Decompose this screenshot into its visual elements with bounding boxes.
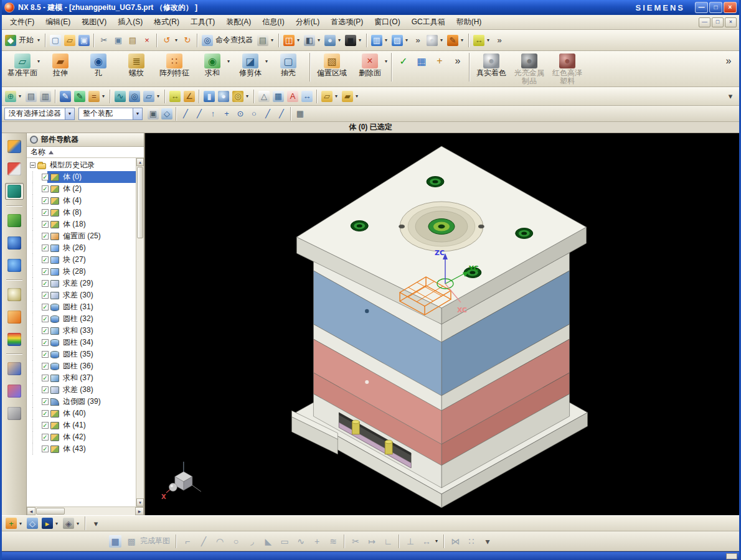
tree-item[interactable]: 体 (4) — [29, 195, 136, 207]
mdi-minimize-button[interactable]: — — [699, 17, 710, 27]
dropdown-arrow-icon[interactable] — [404, 37, 409, 43]
move-to-layer-button[interactable]: ▥ — [39, 90, 52, 103]
red-glossy-plastic-material-button[interactable]: ● 红色高泽 塑料 — [549, 53, 586, 86]
menu-view[interactable]: 视图(V) — [76, 15, 112, 29]
pattern-feature-button[interactable]: ∷ 阵列特征 — [156, 53, 193, 78]
dropdown-arrow-icon[interactable] — [65, 108, 74, 119]
redo-button[interactable]: ↻ — [181, 34, 194, 47]
tree-item[interactable]: 块 (27) — [29, 254, 136, 266]
tree-item[interactable]: 求和 (37) — [29, 372, 136, 384]
history-palette-button[interactable] — [5, 286, 24, 303]
touch-mode-button[interactable]: ▤ — [256, 34, 276, 47]
constraint-navigator-button[interactable] — [5, 161, 24, 177]
datum-csys-button[interactable]: ⊕ — [4, 90, 24, 103]
menu-analysis[interactable]: 分析(L) — [290, 15, 326, 29]
tree-item[interactable]: 体 (18) — [29, 218, 136, 230]
studio-spline-button[interactable]: ∿ — [293, 534, 308, 548]
visibility-checkbox[interactable] — [42, 398, 49, 405]
menu-tools[interactable]: 工具(T) — [185, 15, 220, 29]
open-button[interactable]: ▱ — [63, 34, 77, 47]
tree-item[interactable]: 体 (43) — [29, 443, 136, 455]
visibility-checkbox[interactable] — [42, 268, 49, 275]
snap-control-point-button[interactable]: ↑ — [206, 108, 220, 120]
true-shading-button[interactable]: ● 真实着色 — [473, 53, 510, 78]
visibility-checkbox[interactable] — [42, 245, 49, 251]
menu-help[interactable]: 帮助(H) — [451, 15, 488, 29]
dropdown-arrow-icon[interactable] — [384, 58, 389, 64]
close-button[interactable]: × — [724, 2, 737, 13]
copy-button[interactable]: ▣ — [111, 34, 125, 47]
snap-midpoint-button[interactable]: ╱ — [192, 108, 206, 120]
scroll-track[interactable] — [136, 239, 144, 498]
resize-grip[interactable] — [726, 553, 737, 559]
dropdown-arrow-icon[interactable] — [101, 93, 106, 99]
rectangle-button[interactable]: ▭ — [277, 534, 292, 548]
circle-button[interactable]: ○ — [229, 534, 243, 548]
tree-item[interactable]: 求差 (29) — [29, 278, 136, 289]
tree-item[interactable]: 圆柱 (36) — [29, 360, 136, 372]
vertical-scroll-thumb[interactable] — [137, 167, 143, 238]
dropdown-arrow-icon[interactable] — [296, 37, 301, 43]
column-header-name[interactable]: 名称 — [27, 147, 144, 158]
selection-filter-dropdown[interactable]: 没有选择过滤器 — [4, 108, 75, 120]
horizontal-scrollbar[interactable] — [27, 506, 144, 515]
dropdown-arrow-icon[interactable] — [434, 538, 439, 544]
toolbar-overflow-2-button[interactable]: » — [493, 34, 506, 47]
exploded-views-button[interactable]: ◈ — [62, 517, 82, 530]
manufacturing-wizards-button[interactable] — [5, 331, 24, 348]
system-scenes-button[interactable] — [5, 383, 24, 399]
dropdown-arrow-icon[interactable] — [264, 58, 269, 64]
command-finder-button[interactable]: ◎ 命令查找器 — [201, 34, 255, 47]
visibility-checkbox[interactable] — [42, 256, 49, 263]
quick-extend-button[interactable]: ↦ — [364, 534, 379, 548]
tree-item[interactable]: 求差 (30) — [29, 289, 136, 301]
window-cascade-button[interactable]: ▨ — [390, 34, 410, 47]
save-button[interactable]: ▣ — [77, 34, 91, 47]
visibility-checkbox[interactable] — [42, 304, 49, 310]
snap-quadrant-button[interactable]: ○ — [247, 108, 261, 120]
spray-paint-button[interactable]: ✎ — [446, 34, 466, 47]
dropdown-arrow-icon[interactable] — [133, 108, 142, 119]
visibility-checkbox[interactable] — [42, 363, 49, 370]
cut-button[interactable]: ✂ — [97, 34, 111, 47]
mirror-curve-button[interactable]: ⋈ — [448, 534, 463, 548]
dropdown-arrow-icon[interactable] — [357, 37, 362, 43]
annotation-button[interactable]: A — [286, 90, 300, 103]
snap-point-on-curve-button[interactable]: ╱ — [275, 108, 288, 120]
make-corner-button[interactable]: ∟ — [380, 534, 395, 548]
tree-item[interactable]: 体 (8) — [29, 207, 136, 218]
tube-button[interactable]: ◎ — [128, 90, 141, 103]
dropdown-arrow-icon[interactable] — [75, 521, 80, 526]
sequence-button[interactable]: ▸ — [40, 517, 60, 530]
paste-button[interactable]: ▤ — [126, 34, 139, 47]
new-file-button[interactable]: ▢ — [49, 34, 62, 47]
tree-root-model-history[interactable]: 模型历史记录 — [29, 159, 136, 171]
copy-object-button[interactable]: ▰ — [341, 90, 361, 103]
menu-edit[interactable]: 编辑(E) — [40, 15, 76, 29]
tree-item[interactable]: 圆柱 (35) — [29, 348, 136, 360]
tree-item[interactable]: 体 (41) — [29, 419, 136, 431]
toolbar-overflow-1-button[interactable]: » — [411, 34, 425, 47]
visibility-checkbox[interactable] — [42, 422, 49, 429]
tree-item[interactable]: 求差 (38) — [29, 384, 136, 396]
hole-button[interactable]: ◉ 孔 — [80, 53, 117, 78]
tree-item[interactable]: 体 (0) — [29, 171, 136, 183]
visibility-checkbox[interactable] — [42, 221, 49, 228]
sketch-button[interactable]: ✎ — [59, 90, 72, 103]
visibility-checkbox[interactable] — [42, 209, 49, 216]
dropdown-arrow-icon[interactable] — [36, 58, 41, 64]
minimize-button[interactable]: — — [695, 2, 708, 13]
visibility-checkbox[interactable] — [42, 174, 49, 180]
examine-geometry-button[interactable]: ✓ — [395, 53, 412, 70]
dropdown-arrow-icon[interactable] — [17, 93, 22, 99]
assembly-navigator-button[interactable] — [5, 138, 24, 155]
snap-point-grid-button[interactable]: ▦ — [293, 108, 307, 120]
scroll-down-arrow[interactable] — [136, 498, 144, 506]
sphere-button[interactable]: ● — [217, 90, 230, 103]
collapse-expander-icon[interactable] — [30, 162, 35, 168]
datum-csys-feature-button[interactable]: + — [431, 53, 448, 70]
dropdown-arrow-icon[interactable] — [384, 37, 389, 43]
view-background-button[interactable]: ◼ — [344, 34, 364, 47]
measure-distance-button[interactable]: ↔ — [168, 90, 182, 103]
display-mode-button[interactable]: ◧ — [303, 34, 323, 47]
